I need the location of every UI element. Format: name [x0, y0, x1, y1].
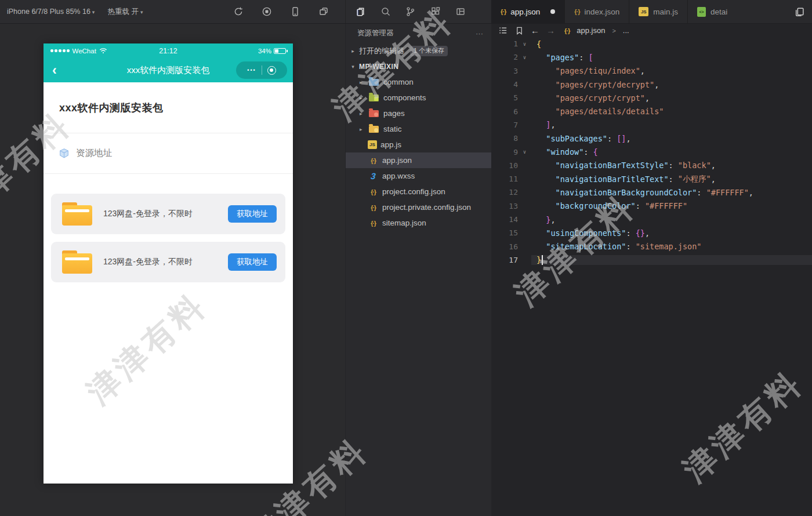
line-number: 12 — [491, 188, 518, 197]
phone-icon[interactable] — [290, 6, 300, 17]
line-number: 13 — [491, 202, 518, 210]
search-icon[interactable] — [380, 6, 391, 17]
bookmark-icon[interactable] — [515, 26, 524, 35]
code-text: "pages/tiqu/index", — [531, 66, 812, 75]
tree-item-app.json[interactable]: {·}app.json — [346, 152, 491, 168]
code-editor: ← → {·} app.json > ... 1∨{2∨ "pages": [3… — [491, 24, 812, 516]
code-text: { — [531, 39, 812, 49]
code-line-8[interactable]: 8 "subPackages": [], — [491, 132, 812, 145]
code-text: "window": { — [531, 147, 812, 157]
editor-layout-icon[interactable] — [455, 6, 466, 17]
json-file-icon: {·} — [368, 204, 379, 211]
source-control-icon[interactable] — [405, 6, 416, 17]
code-line-13[interactable]: 13 "backgroundColor": "#FFFFFF" — [491, 199, 812, 213]
compile-icon[interactable] — [262, 6, 272, 17]
get-address-button[interactable]: 获取地址 — [228, 205, 277, 223]
resource-card[interactable]: 123网盘-免登录，不限时 获取地址 — [51, 242, 285, 282]
split-editor-button[interactable] — [794, 0, 812, 23]
code-text: "backgroundColor": "#FFFFFF" — [531, 201, 812, 210]
code-text: "navigationBarTextStyle": "black", — [531, 161, 812, 170]
tree-item-sitemap.json[interactable]: {·}sitemap.json — [346, 215, 491, 231]
breadcrumb-bar: ← → {·} app.json > ... — [491, 24, 812, 37]
breadcrumb-separator: > — [612, 27, 615, 34]
refresh-icon[interactable] — [233, 6, 244, 17]
wxss-file-icon: 3 — [367, 171, 379, 181]
tree-item-app.js[interactable]: JSapp.js — [346, 137, 491, 152]
code-line-15[interactable]: 15 "usingComponents": {}, — [491, 226, 812, 239]
code-line-7[interactable]: 7 ], — [491, 118, 812, 132]
line-number: 9 — [491, 148, 518, 157]
json-file-icon: {·} — [501, 8, 506, 15]
top-toolbar: iPhone 6/7/8 Plus 85% 16▾ 热重载 开▾ {·} app… — [0, 0, 812, 24]
tab-label: main.js — [653, 8, 678, 16]
battery-icon — [274, 48, 286, 54]
capsule-menu[interactable]: ••• — [236, 61, 287, 79]
tree-item-app.wxss[interactable]: 3app.wxss — [346, 168, 491, 184]
fold-chevron-icon[interactable]: ∨ — [518, 149, 531, 155]
extensions-icon[interactable] — [430, 6, 441, 17]
close-target-icon[interactable] — [267, 66, 276, 75]
nav-back-icon[interactable]: ← — [531, 26, 539, 35]
back-button[interactable]: ‹ — [52, 64, 57, 77]
open-editors-row[interactable]: ▸ 打开的编辑器 1 个未保存 — [346, 43, 491, 59]
tab-index-json[interactable]: {·} index.json — [565, 0, 629, 23]
tree-item-project.private.config.json[interactable]: {·}project.private.config.json — [346, 199, 491, 215]
outline-icon[interactable] — [498, 26, 508, 35]
code-line-12[interactable]: 12 "navigationBarBackgroundColor": "#FFF… — [491, 186, 812, 199]
hot-reload-toggle[interactable]: 热重载 开▾ — [107, 7, 143, 17]
js-file-icon: JS — [639, 7, 648, 16]
tree-item-components[interactable]: ▸components — [346, 90, 491, 106]
explorer-icon[interactable] — [355, 6, 366, 17]
project-root-row[interactable]: ▾ MP-WEIXIN — [346, 59, 491, 74]
tab-detail[interactable]: <> detai — [688, 0, 737, 23]
code-line-4[interactable]: 4 "pages/crypt/decrypt", — [491, 78, 812, 91]
open-editors-label: 打开的编辑器 — [359, 46, 404, 56]
code-area[interactable]: 1∨{2∨ "pages": [3 "pages/tiqu/index",4 "… — [491, 37, 812, 267]
breadcrumb-tail[interactable]: ... — [623, 26, 629, 35]
resource-card[interactable]: 123网盘-免登录，不限时 获取地址 — [51, 194, 285, 234]
code-line-1[interactable]: 1∨{ — [491, 37, 812, 50]
chevron-right-icon: ▸ — [360, 126, 368, 132]
breadcrumb-file[interactable]: app.json — [577, 26, 605, 35]
code-line-16[interactable]: 16 "sitemapLocation": "sitemap.json" — [491, 239, 812, 253]
code-line-6[interactable]: 6 "pages/details/details" — [491, 104, 812, 118]
tree-item-static[interactable]: ▸static — [346, 121, 491, 137]
code-line-5[interactable]: 5 "pages/crypt/crypt", — [491, 91, 812, 104]
line-number: 14 — [491, 215, 518, 224]
code-text: "navigationBarTitleText": "小程序", — [531, 174, 812, 184]
device-selector[interactable]: iPhone 6/7/8 Plus 85% 16▾ — [7, 8, 95, 16]
tab-main-js[interactable]: JS main.js — [629, 0, 688, 23]
explorer-actions-icon[interactable]: ··· — [476, 29, 483, 38]
line-number: 11 — [491, 175, 518, 183]
fold-chevron-icon[interactable]: ∨ — [518, 54, 531, 60]
code-text: "usingComponents": {}, — [531, 228, 812, 238]
more-icon[interactable]: ••• — [247, 68, 256, 73]
fold-chevron-icon[interactable]: ∨ — [518, 41, 531, 47]
code-line-2[interactable]: 2∨ "pages": [ — [491, 50, 812, 64]
folder-icon — [62, 202, 92, 226]
chevron-down-icon: ▾ — [92, 9, 95, 15]
tree-item-label: app.js — [380, 140, 401, 149]
get-address-button[interactable]: 获取地址 — [228, 253, 277, 271]
code-line-10[interactable]: 10 "navigationBarTextStyle": "black", — [491, 159, 812, 172]
tree-item-project.config.json[interactable]: {·}project.config.json — [346, 184, 491, 199]
code-line-3[interactable]: 3 "pages/tiqu/index", — [491, 64, 812, 78]
line-number: 1 — [491, 39, 518, 48]
windows-icon[interactable] — [318, 6, 329, 17]
battery-percent: 34% — [258, 48, 271, 54]
tree-item-pages[interactable]: ▸pages — [346, 106, 491, 121]
tab-label: index.json — [585, 8, 620, 16]
folder-icon — [369, 110, 379, 117]
line-number: 6 — [491, 107, 518, 116]
code-text: ], — [531, 120, 812, 129]
mini-program-navbar: ‹ xxx软件内测版安装包 ••• — [44, 58, 293, 82]
tree-item-common[interactable]: ▸common — [346, 74, 491, 90]
code-line-11[interactable]: 11 "navigationBarTitleText": "小程序", — [491, 172, 812, 186]
code-line-14[interactable]: 14 }, — [491, 213, 812, 226]
cube-icon — [59, 148, 70, 159]
tab-app-json[interactable]: {·} app.json — [491, 0, 565, 23]
code-line-9[interactable]: 9∨ "window": { — [491, 145, 812, 158]
explorer-title: 资源管理器 — [357, 28, 394, 38]
code-line-17[interactable]: 17} — [491, 253, 812, 267]
nav-forward-icon[interactable]: → — [546, 26, 555, 35]
